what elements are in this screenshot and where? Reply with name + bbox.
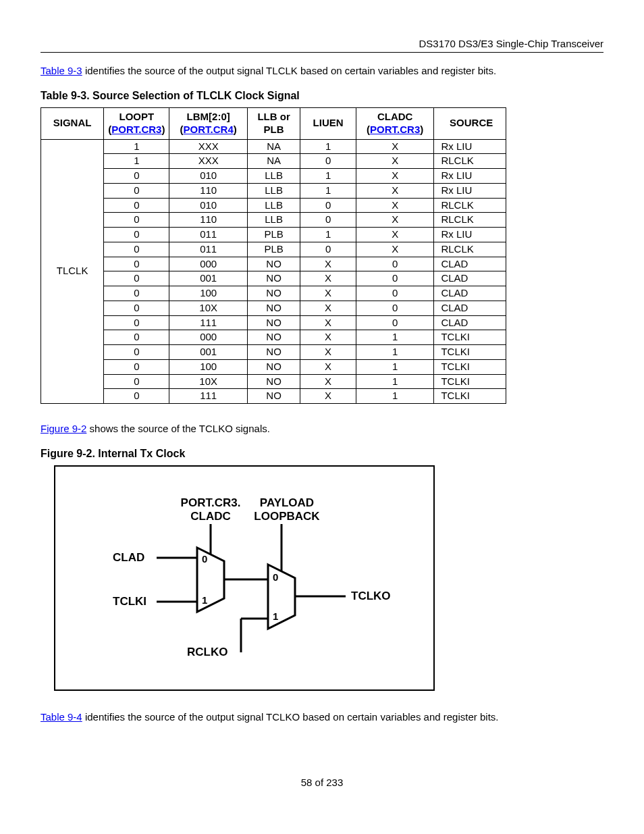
mux1-input-1: 1 [202, 594, 207, 606]
cell-source: TCLKI [434, 389, 506, 404]
cell-liuen: 0 [300, 242, 356, 257]
cell-lbm: 100 [169, 359, 247, 374]
table-row: 0010LLB0XRLCLK [41, 198, 506, 213]
cell-loopt: 0 [104, 271, 169, 286]
cell-loopt: 0 [104, 315, 169, 330]
cell-cladc: 1 [356, 330, 433, 345]
cell-cladc: 0 [356, 315, 433, 330]
cell-source: CLAD [434, 257, 506, 271]
label-cladc-select: PORT.CR3. CLADC [170, 496, 251, 523]
cell-cladc: 1 [356, 345, 433, 360]
cell-source: Rx LIU [434, 183, 506, 198]
cell-source: CLAD [434, 271, 506, 286]
cell-lbm: 100 [169, 286, 247, 301]
table-row: 010XNOX0CLAD [41, 301, 506, 315]
figure-internal-tx-clock: PORT.CR3. CLADC PAYLOAD LOOPBACK CLAD TC… [54, 465, 435, 691]
intro3-text: identifies the source of the output sign… [82, 711, 499, 723]
cell-lbm: 10X [169, 301, 247, 315]
cell-llb: NO [247, 359, 300, 374]
cell-llb: LLB [247, 198, 300, 213]
cell-liuen: 0 [300, 213, 356, 228]
cell-liuen: X [300, 286, 356, 301]
cell-cladc: X [356, 198, 433, 213]
cell-lbm: 110 [169, 213, 247, 228]
cell-cladc: X [356, 169, 433, 184]
cell-loopt: 0 [104, 198, 169, 213]
cell-llb: NO [247, 301, 300, 315]
label-tclko: TCLKO [351, 590, 391, 603]
cell-lbm: 000 [169, 257, 247, 271]
cell-loopt: 0 [104, 389, 169, 404]
cell-loopt: 0 [104, 286, 169, 301]
cell-source: RLCLK [434, 242, 506, 257]
cell-lbm: 110 [169, 183, 247, 198]
cell-liuen: 0 [300, 154, 356, 169]
label-tclki: TCLKI [113, 595, 146, 608]
link-table-9-3[interactable]: Table 9-3 [41, 65, 82, 76]
cell-llb: NO [247, 315, 300, 330]
cell-lbm: 001 [169, 271, 247, 286]
cell-loopt: 0 [104, 169, 169, 184]
cell-llb: LLB [247, 169, 300, 184]
cell-lbm: 001 [169, 345, 247, 360]
table-row: 0100NOX0CLAD [41, 286, 506, 301]
cell-loopt: 0 [104, 359, 169, 374]
cell-cladc: 1 [356, 389, 433, 404]
cell-lbm: 000 [169, 330, 247, 345]
cell-source: TCLKI [434, 330, 506, 345]
cell-source: TCLKI [434, 374, 506, 389]
cell-cladc: 0 [356, 257, 433, 271]
cell-loopt: 0 [104, 183, 169, 198]
th-llb: LLB or PLB [247, 108, 300, 140]
svg-marker-1 [268, 565, 295, 629]
mux2-input-1: 1 [273, 610, 278, 622]
table-row: 0100NOX1TCLKI [41, 359, 506, 374]
svg-marker-0 [197, 548, 224, 612]
cell-liuen: X [300, 257, 356, 271]
cell-loopt: 0 [104, 228, 169, 242]
cell-llb: NO [247, 330, 300, 345]
mux1-input-0: 0 [202, 553, 207, 565]
cell-cladc: X [356, 228, 433, 242]
th-source: SOURCE [434, 108, 506, 140]
table-header-row: SIGNAL LOOPT (PORT.CR3) LBM[2:0] (PORT.C… [41, 108, 506, 140]
cell-llb: NO [247, 345, 300, 360]
cell-loopt: 0 [104, 242, 169, 257]
cell-cladc: 1 [356, 359, 433, 374]
cell-liuen: X [300, 271, 356, 286]
table-row: 0011PLB1XRx LIU [41, 228, 506, 242]
signal-cell: TLCLK [41, 139, 104, 404]
link-table-9-4[interactable]: Table 9-4 [41, 711, 82, 723]
cell-llb: NO [247, 389, 300, 404]
table-row: 0111NOX1TCLKI [41, 389, 506, 404]
cell-liuen: X [300, 389, 356, 404]
table-row: 0001NOX1TCLKI [41, 345, 506, 360]
table-row: 0111NOX0CLAD [41, 315, 506, 330]
mux2-input-0: 0 [273, 571, 278, 583]
cell-source: Rx LIU [434, 228, 506, 242]
intro-paragraph-2: Figure 9-2 shows the source of the TCLKO… [41, 423, 603, 434]
label-rclko: RCLKO [187, 646, 227, 659]
cell-cladc: X [356, 154, 433, 169]
cell-lbm: XXX [169, 154, 247, 169]
table-row: TLCLK1XXXNA1XRx LIU [41, 139, 506, 154]
cell-lbm: 111 [169, 389, 247, 404]
page-footer: 58 of 233 [41, 777, 603, 788]
cell-loopt: 0 [104, 257, 169, 271]
link-port-cr4[interactable]: PORT.CR4 [184, 124, 234, 135]
link-figure-9-2[interactable]: Figure 9-2 [41, 423, 86, 434]
cell-source: RLCLK [434, 198, 506, 213]
cell-source: RLCLK [434, 213, 506, 228]
cell-llb: NO [247, 286, 300, 301]
cell-lbm: 111 [169, 315, 247, 330]
link-port-cr3-cladc[interactable]: PORT.CR3 [370, 124, 420, 135]
cell-loopt: 0 [104, 330, 169, 345]
table-row: 0110LLB1XRx LIU [41, 183, 506, 198]
page-header: DS3170 DS3/E3 Single-Chip Transceiver [41, 38, 603, 53]
doc-title: DS3170 DS3/E3 Single-Chip Transceiver [419, 38, 603, 49]
cell-cladc: X [356, 183, 433, 198]
cell-source: Rx LIU [434, 139, 506, 154]
table-row: 0001NOX0CLAD [41, 271, 506, 286]
link-port-cr3-loopt[interactable]: PORT.CR3 [111, 124, 161, 135]
cell-liuen: 1 [300, 139, 356, 154]
